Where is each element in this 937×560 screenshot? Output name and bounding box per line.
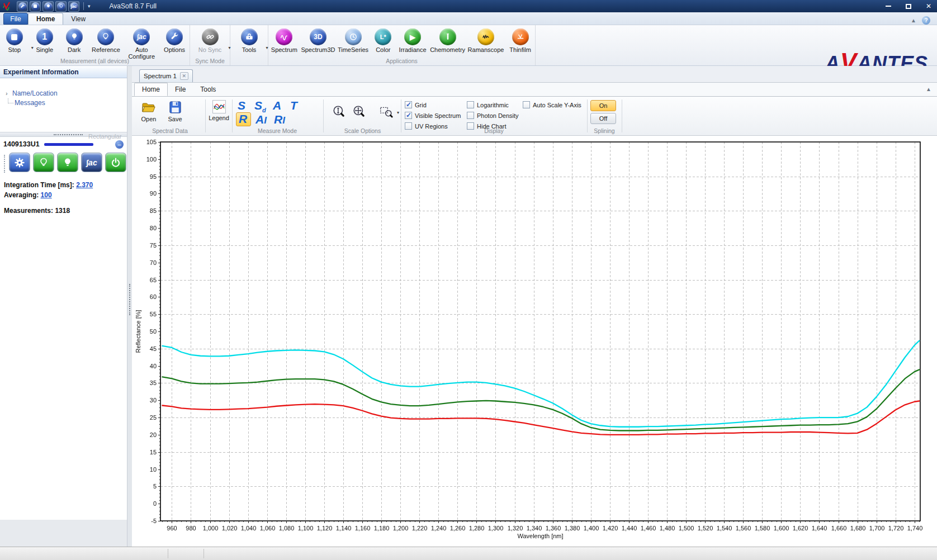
raman-wave-icon <box>477 29 494 45</box>
dark-button[interactable]: Dark <box>60 27 88 53</box>
chart-tab-file[interactable]: File <box>168 83 193 96</box>
ramanscope-button[interactable]: Ramanscope <box>466 27 505 53</box>
legend-icon <box>212 100 226 113</box>
options-button[interactable]: Options <box>159 27 190 53</box>
checkbox-grid[interactable]: Grid <box>405 101 427 108</box>
maximize-icon[interactable] <box>906 4 911 9</box>
chemometry-button[interactable]: Chemometry <box>429 27 466 53</box>
stop-button[interactable]: Stop ▾ <box>0 27 29 53</box>
quick-access-toolbar: ∫ac ▾ <box>17 1 91 12</box>
device-progress-bar <box>44 143 93 146</box>
checkbox-photon-density[interactable]: Photon Density <box>467 112 519 119</box>
chart-tab-bar: Home File Tools ▲ <box>132 82 937 97</box>
color-lstar-icon: L* <box>375 29 391 45</box>
timeseries-button[interactable]: TimeSeries <box>336 27 370 53</box>
tab-file[interactable]: File <box>3 13 28 25</box>
qat-reference-bulb-icon[interactable] <box>55 1 67 12</box>
checkbox-logarithmic[interactable]: Logarithmic <box>467 101 509 108</box>
tools-button[interactable]: Tools ▾ <box>235 27 264 53</box>
gear-icon <box>13 156 26 169</box>
vertical-splitter[interactable] <box>127 66 132 547</box>
measure-mode-ri-button[interactable]: RI <box>274 114 285 126</box>
clock-icon <box>345 29 362 45</box>
legend-button[interactable]: Legend <box>206 100 231 121</box>
dark-bulb-icon <box>66 29 83 45</box>
single-button[interactable]: 1 Single <box>29 27 60 53</box>
no-sync-icon <box>202 29 219 45</box>
checkbox-visible-spectrum[interactable]: Visible Spectrum <box>405 112 461 119</box>
qat-separator <box>83 2 84 10</box>
group-label-spectral-data: Spectral Data <box>136 127 204 134</box>
scale-all-button[interactable] <box>352 105 367 120</box>
integration-time-value[interactable]: 2.370 <box>76 181 93 189</box>
qat-wrench-icon[interactable] <box>17 1 28 12</box>
color-button[interactable]: L* Color <box>370 27 396 53</box>
measure-mode-s-button[interactable]: S <box>238 100 245 111</box>
device-reference-button[interactable] <box>57 153 78 172</box>
spectrum3d-button[interactable]: 3D Spectrum3D <box>300 27 337 53</box>
device-auto-configure-button[interactable]: ∫ac <box>81 153 102 172</box>
qat-customize-icon[interactable]: ▾ <box>88 4 91 9</box>
reference-bulb-icon <box>97 29 114 45</box>
group-label-display: Display <box>401 127 587 134</box>
help-icon[interactable]: ? <box>922 16 930 25</box>
integration-time-label: Integration Time [ms]: <box>4 181 74 189</box>
auto-configure-icon: ∫ac <box>133 29 150 45</box>
titlebar: ∫ac ▾ AvaSoft 8.7 Full ✕ <box>0 0 937 12</box>
spectrum-button[interactable]: Spectrum <box>268 27 300 53</box>
close-icon[interactable]: ✕ <box>926 3 931 10</box>
document-tab-bar: Spectrum 1 ✕ <box>132 66 937 82</box>
device-settings-button[interactable] <box>9 153 30 172</box>
auto-configure-icon: ∫ac <box>86 158 97 167</box>
tools-dropdown-icon[interactable]: ▾ <box>266 45 268 50</box>
tab-view[interactable]: View <box>63 13 93 25</box>
open-button[interactable]: Open <box>136 100 161 122</box>
no-sync-button[interactable]: No Sync ▾ <box>194 27 226 53</box>
averaging-value[interactable]: 100 <box>41 191 52 199</box>
device-toolbar: ∫ac <box>0 149 127 175</box>
zoom-region-button[interactable] <box>379 105 394 120</box>
tree-expander-icon[interactable]: › <box>6 90 12 97</box>
document-tab-spectrum1[interactable]: Spectrum 1 ✕ <box>139 69 193 82</box>
spectrum-chart[interactable] <box>132 136 937 547</box>
qat-stop-icon[interactable] <box>30 1 41 12</box>
chart-tab-home[interactable]: Home <box>134 83 168 96</box>
tab-home[interactable]: Home <box>28 13 63 25</box>
device-power-button[interactable] <box>105 153 126 172</box>
save-button[interactable]: Save <box>164 100 186 122</box>
measure-mode-t-button[interactable]: T <box>290 100 297 111</box>
chart-ribbon: Open Save Spectral Data Legend S Sd A <box>132 97 937 136</box>
checkbox-auto-scale-y[interactable]: Auto Scale Y-Axis <box>523 101 581 108</box>
qat-auto-configure-icon[interactable]: ∫ac <box>68 1 79 12</box>
reference-button[interactable]: Reference <box>88 27 124 53</box>
scale-y-button[interactable] <box>332 105 347 120</box>
chart-ribbon-collapse-icon[interactable]: ▲ <box>926 86 931 92</box>
bulb-filled-icon <box>61 156 74 169</box>
minimize-icon[interactable] <box>886 6 891 7</box>
splining-off-button[interactable]: Off <box>590 113 616 124</box>
device-dark-button[interactable] <box>33 153 54 172</box>
save-floppy-icon <box>168 100 182 115</box>
chart-tab-tools[interactable]: Tools <box>193 83 223 96</box>
splining-on-button[interactable]: On <box>590 100 616 111</box>
auto-configure-button[interactable]: ∫ac Auto Configure <box>124 27 159 60</box>
tab-close-icon[interactable]: ✕ <box>180 72 188 80</box>
zoom-dropdown-icon[interactable]: ▾ <box>397 110 399 115</box>
single-icon: 1 <box>36 29 53 45</box>
device-collapse-icon[interactable]: – <box>115 140 124 149</box>
group-label-sync: Sync Mode <box>190 58 230 64</box>
group-sync-mode: No Sync ▾ Sync Mode <box>190 25 230 65</box>
measure-mode-r-button[interactable]: R <box>239 113 247 125</box>
qat-dark-bulb-icon[interactable] <box>42 1 54 12</box>
spectrum3d-icon: 3D <box>310 29 326 45</box>
ribbon-collapse-icon[interactable]: ▲ <box>911 17 916 23</box>
measure-mode-ai-button[interactable]: AI <box>255 114 267 126</box>
irradiance-button[interactable]: ▶ Irradiance <box>396 27 429 53</box>
tree-item-messages[interactable]: Messages <box>6 98 127 107</box>
tree-item-name-location[interactable]: › Name/Location <box>6 88 127 98</box>
measure-mode-a-button[interactable]: A <box>273 100 281 111</box>
thinfilm-button[interactable]: Thinfilm <box>505 27 535 53</box>
open-folder-icon <box>141 100 157 115</box>
zoom-region-icon <box>379 105 394 119</box>
toolbar-grip[interactable] <box>4 155 5 173</box>
